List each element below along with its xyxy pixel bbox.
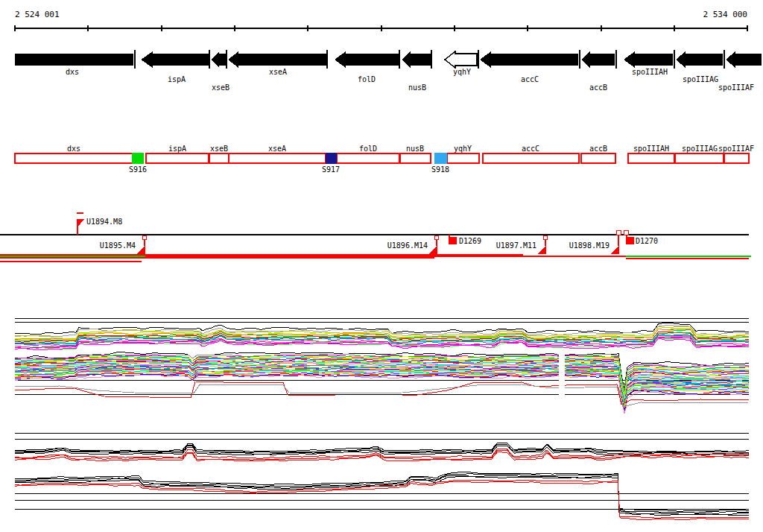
flag-triangle[interactable] [537,245,546,254]
gene-arrow-head[interactable] [141,51,153,68]
flag-label-d1269[interactable]: D1269 [459,237,481,245]
segment-label-spoiiiah: spoIIIAH [633,145,669,153]
coordinate-ruler: 2 524 001 2 534 000 [15,10,747,31]
gene-arrow-head[interactable] [581,51,590,68]
gene-arrow-head[interactable] [480,51,491,68]
gene-body[interactable] [238,54,326,66]
segment-rect[interactable] [400,153,431,163]
lower-black-group-series-0 [15,472,749,511]
gene-accb[interactable]: accB [581,50,616,92]
flag-label-u1897-m11[interactable]: U1897.M11 [496,241,536,250]
flag-label-u1895-m4[interactable]: U1895.M4 [100,241,136,250]
flag-label-u1894-m8[interactable]: U1894.M8 [86,218,122,226]
gene-yqhy[interactable]: yqhY [445,50,478,76]
gene-label-ispa: ispA [168,75,186,83]
segment-box-spoiiiah[interactable]: spoIIIAH [628,145,674,163]
flag-u1897-m11[interactable]: U1897.M11 [496,235,547,254]
segment-label-nusb: nusB [406,145,424,153]
flag-triangle[interactable] [77,219,84,227]
flag-triangle[interactable] [428,245,437,254]
gene-accc[interactable]: accC [480,50,580,83]
gene-body[interactable] [634,54,673,66]
gene-nusb[interactable]: nusB [402,50,431,92]
segment-rect[interactable] [229,153,326,163]
segment-rect[interactable] [675,153,724,163]
gene-arrow-head[interactable] [211,51,219,68]
gene-arrow-outline[interactable] [445,51,477,68]
flag-triangle[interactable] [136,245,145,254]
segment-box-xsea[interactable]: xseA [229,145,326,163]
segment-marker-s918[interactable]: S918 [431,153,449,174]
marker-rect[interactable] [132,153,144,164]
flag-label-d1270[interactable]: D1270 [636,237,658,245]
segment-label-spoiiiaf: spoIIIAF [718,145,754,153]
main-band-series-26 [15,373,749,411]
segment-box-nusb[interactable]: nusB [400,145,431,163]
gene-arrow-head[interactable] [335,51,346,68]
gene-xsea[interactable]: xseA [228,50,327,76]
gene-body[interactable] [345,54,399,66]
gene-label-dxs: dxs [66,68,79,76]
gene-body[interactable] [685,54,723,66]
segment-box-spoiiiag[interactable]: spoIIIAG [675,145,724,163]
segment-box-dxs[interactable]: dxs [15,145,133,163]
gene-ispa[interactable]: ispA [141,50,209,83]
gene-label-accb: accB [589,83,607,92]
marker-rect[interactable] [434,153,447,164]
segment-box-accb[interactable]: accB [581,145,615,163]
gene-body[interactable] [589,54,615,66]
gene-body[interactable] [152,54,209,66]
flag-label-u1898-m19[interactable]: U1898.M19 [569,241,610,250]
gene-dxs[interactable]: dxs [15,50,135,76]
flag-d1269[interactable]: D1269 [449,235,481,245]
expression-profile-panel-lower [15,433,749,519]
segment-rect[interactable] [447,153,479,163]
gene-spoiiiag[interactable]: spoIIIAG [676,50,724,83]
flag-u1898-m19[interactable]: U1898.M19 [569,230,628,254]
gene-body[interactable] [15,54,133,66]
gene-arrow-head[interactable] [676,51,686,68]
gene-body[interactable] [218,54,226,66]
gene-arrow-head[interactable] [726,51,735,68]
segment-rect[interactable] [337,153,399,163]
gene-body[interactable] [410,54,431,66]
gene-arrow-head[interactable] [624,51,635,68]
flag-box[interactable] [449,237,457,244]
segment-rect[interactable] [146,153,209,163]
main-band-series-27 [15,373,749,411]
segment-box-accc[interactable]: accC [483,145,579,163]
gene-fold[interactable]: folD [335,50,399,83]
segment-rect[interactable] [483,153,579,163]
segment-label-ispa: ispA [168,145,186,153]
segment-box-yqhy[interactable]: yqhY [447,145,479,163]
segment-box-fold[interactable]: folD [337,145,399,163]
lower-black-group-series-2 [15,475,749,514]
segment-rect[interactable] [724,153,749,163]
segment-box-ispa[interactable]: ispA [146,145,209,163]
gene-arrow-head[interactable] [228,51,238,68]
segment-rect[interactable] [581,153,615,163]
flag-d1270[interactable]: D1270 [626,235,658,245]
segment-label-accc: accC [522,145,539,153]
flag-u1895-m4[interactable]: U1895.M4 [100,235,146,254]
flag-u1894-m8[interactable]: U1894.M8 [77,212,122,235]
gene-spoiiiah[interactable]: spoIIIAH [624,50,674,76]
flag-u1896-m14[interactable]: U1896.M14 [387,235,438,254]
segment-box-xseb[interactable]: xseB [209,145,229,163]
segment-label-accb: accB [589,145,607,153]
gene-xseb[interactable]: xseB [211,50,229,92]
gene-label-xseb: xseB [212,83,229,92]
gene-body[interactable] [490,54,578,66]
segment-rect[interactable] [209,153,229,163]
gene-arrow-head[interactable] [402,51,411,68]
segment-track: dxsispAxseBxseAfolDnusByqhYaccCaccBspoII… [15,145,754,174]
flag-anchor-square-0 [434,235,438,239]
gene-arrow-track: dxsispAxseBxseAfolDnusByqhYaccCaccBspoII… [15,50,762,92]
marker-rect[interactable] [326,153,337,164]
segment-rect[interactable] [15,153,133,163]
flag-triangle[interactable] [610,245,619,254]
gene-body[interactable] [735,54,762,66]
flag-box[interactable] [626,237,634,244]
segment-rect[interactable] [628,153,674,163]
flag-label-u1896-m14[interactable]: U1896.M14 [387,241,428,250]
